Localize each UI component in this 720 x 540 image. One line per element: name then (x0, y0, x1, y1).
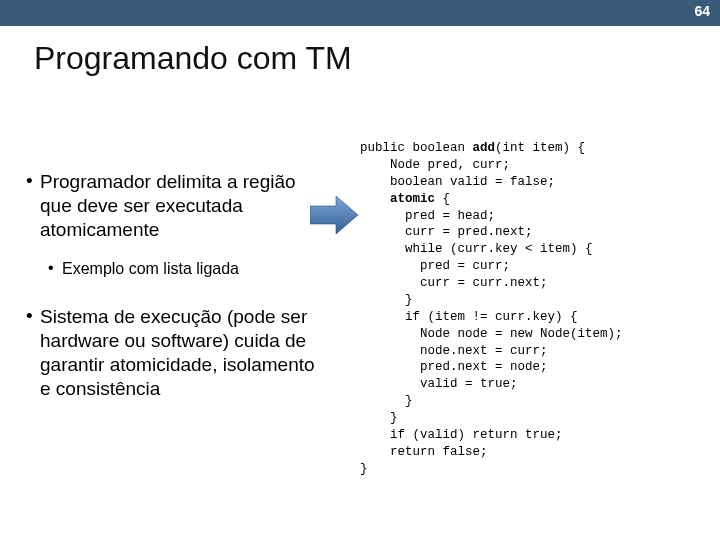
top-bar: 64 (0, 0, 720, 26)
code-line: pred = head; (360, 208, 710, 225)
bullet-1-sub: • Exemplo com lista ligada (48, 259, 326, 279)
page-number: 64 (694, 3, 710, 19)
code-line: Node pred, curr; (360, 157, 710, 174)
code-block: public boolean add(int item) { Node pred… (360, 140, 710, 478)
code-line: } (360, 292, 710, 309)
code-line: curr = pred.next; (360, 224, 710, 241)
code-line: return false; (360, 444, 710, 461)
code-line: if (valid) return true; (360, 427, 710, 444)
bullet-1: • Programador delimita a região que deve… (26, 170, 326, 241)
bullet-1-sub-text: Exemplo com lista ligada (62, 260, 239, 277)
code-line: pred = curr; (360, 258, 710, 275)
code-line: } (360, 410, 710, 427)
code-line: node.next = curr; (360, 343, 710, 360)
slide-title: Programando com TM (34, 40, 720, 77)
bullet-dot-icon: • (26, 170, 40, 241)
bullet-1-text: Programador delimita a região que deve s… (40, 171, 296, 240)
code-line: public boolean add(int item) { (360, 140, 710, 157)
arrow-icon (310, 196, 358, 234)
code-line: pred.next = node; (360, 359, 710, 376)
bullet-dot-icon: • (26, 305, 40, 400)
code-line: valid = true; (360, 376, 710, 393)
code-line: curr = curr.next; (360, 275, 710, 292)
bullet-2: • Sistema de execução (pode ser hardware… (26, 305, 326, 400)
code-line: Node node = new Node(item); (360, 326, 710, 343)
code-line: if (item != curr.key) { (360, 309, 710, 326)
left-column: • Programador delimita a região que deve… (26, 170, 326, 418)
code-line: while (curr.key < item) { (360, 241, 710, 258)
content-area: • Programador delimita a região que deve… (0, 140, 720, 540)
code-line: } (360, 461, 710, 478)
bullet-2-text: Sistema de execução (pode ser hardware o… (40, 306, 315, 398)
code-line: } (360, 393, 710, 410)
code-line: boolean valid = false; (360, 174, 710, 191)
bullet-dot-icon: • (48, 259, 62, 279)
code-line: atomic { (360, 191, 710, 208)
